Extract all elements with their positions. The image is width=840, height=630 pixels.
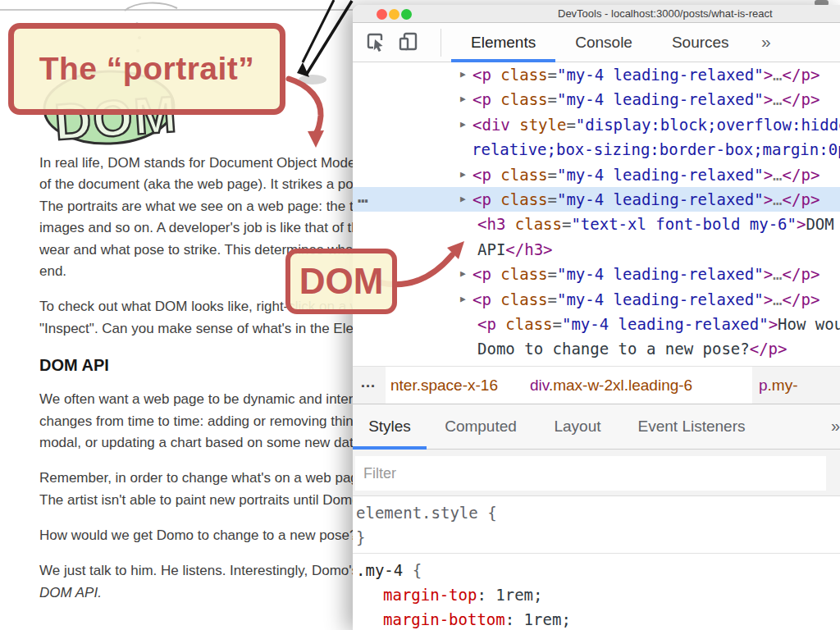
dom-callout-label: DOM bbox=[299, 261, 384, 302]
expand-arrow-icon[interactable]: ▶ bbox=[460, 112, 466, 137]
tree-row[interactable]: ▶<div style="display:block;overflow:hidd… bbox=[353, 112, 840, 137]
css-line: .my-4 { bbox=[356, 558, 840, 582]
code-token-dim: … bbox=[773, 290, 782, 308]
code-token-txt: Domo to change to a new pose? bbox=[477, 340, 750, 358]
devtools-toolbar: ElementsConsoleSources » bbox=[353, 23, 840, 62]
breadcrumb-item[interactable]: nter.space-x-16 bbox=[390, 367, 498, 404]
code-token-val: "my-4 leading-relaxed" bbox=[562, 315, 769, 333]
code-token-brace: } bbox=[356, 528, 365, 546]
tree-row[interactable]: relative;box-sizing:border-box;margin:0p… bbox=[353, 137, 840, 162]
expand-arrow-icon[interactable]: ▶ bbox=[460, 187, 466, 212]
expand-arrow-icon[interactable]: ▶ bbox=[460, 262, 466, 286]
tab-console[interactable]: Console bbox=[555, 23, 652, 62]
expand-arrow-icon[interactable]: ▶ bbox=[460, 162, 466, 187]
more-tabs-chevron[interactable]: » bbox=[761, 23, 771, 61]
code-token-tag: > bbox=[764, 90, 773, 108]
code-token-colon: : bbox=[505, 610, 524, 628]
code-token-sel: .my-4 bbox=[356, 561, 403, 579]
breadcrumb-overflow-dots[interactable]: … bbox=[360, 363, 377, 400]
devtools-panel-tabs: ElementsConsoleSources bbox=[451, 23, 749, 62]
sidebar-tab-computed[interactable]: Computed bbox=[445, 404, 517, 448]
sidebar-tab-layout[interactable]: Layout bbox=[554, 404, 600, 448]
code-token-tag: <div bbox=[472, 116, 510, 134]
breadcrumb-item[interactable]: div.max-w-2xl.leading-6 bbox=[530, 367, 692, 404]
code-token-eq: = bbox=[566, 116, 575, 134]
sidebar-more-tabs-chevron[interactable]: » bbox=[831, 404, 840, 448]
tab-sources[interactable]: Sources bbox=[652, 23, 749, 62]
tree-row[interactable]: ▶<p class="my-4 leading-relaxed">…</p> bbox=[353, 162, 840, 187]
code-token-tag: <p bbox=[472, 90, 491, 108]
tree-row-selected[interactable]: …▶<p class="my-4 leading-relaxed">…</p> bbox=[353, 187, 840, 212]
code-token-tag: > bbox=[797, 215, 806, 233]
code-token-attr: style bbox=[510, 116, 567, 134]
css-line: element.style { bbox=[356, 500, 840, 525]
code-token-tag: </h3> bbox=[505, 240, 552, 258]
code-token-tag: <p bbox=[472, 265, 491, 283]
inspect-element-icon[interactable] bbox=[364, 30, 387, 53]
paintbrush-tip bbox=[297, 62, 309, 77]
code-token-tag: <p bbox=[472, 190, 491, 208]
code-token-prop: margin-bottom bbox=[383, 610, 505, 628]
code-token-val: "my-4 leading-relaxed" bbox=[557, 290, 764, 308]
close-window-button[interactable] bbox=[377, 9, 387, 20]
minimize-window-button[interactable] bbox=[389, 9, 399, 20]
code-token-eq: = bbox=[548, 90, 557, 108]
code-token-tag: </p> bbox=[783, 190, 820, 208]
code-token-txt: How would we get bbox=[778, 315, 840, 333]
code-token-tag: p bbox=[759, 377, 768, 394]
styles-pane: element.style {}.my-4 {margin-top: 1rem;… bbox=[353, 496, 840, 630]
tree-row[interactable]: <p class="my-4 leading-relaxed">How woul… bbox=[353, 312, 840, 336]
code-token-attr: class bbox=[491, 190, 548, 208]
code-token-val: relative;box-sizing:border-box;margin:0p… bbox=[472, 140, 840, 158]
code-token-tag: <p bbox=[472, 290, 491, 308]
code-token-attr: class bbox=[491, 290, 548, 308]
expand-arrow-icon[interactable]: ▶ bbox=[460, 62, 466, 87]
css-rule[interactable]: element.style {} bbox=[353, 496, 840, 554]
code-token-brace: { bbox=[478, 504, 497, 522]
tree-row[interactable]: Domo to change to a new pose?</p> bbox=[353, 336, 840, 361]
styles-sidebar-tabs: » StylesComputedLayoutEvent Listeners bbox=[353, 404, 840, 450]
code-token-tag: <h3 bbox=[477, 215, 505, 233]
code-token-attr: .max-w-2xl.leading-6 bbox=[549, 377, 692, 394]
code-token-cssval: 1rem bbox=[495, 586, 533, 604]
code-token-dim: … bbox=[773, 166, 782, 184]
code-token-eq: = bbox=[548, 290, 557, 308]
css-rule[interactable]: .my-4 {margin-top: 1rem;margin-bottom: 1… bbox=[353, 554, 840, 630]
code-token-attr: class bbox=[491, 265, 548, 283]
expand-arrow-icon[interactable]: ▶ bbox=[460, 287, 466, 312]
code-token-val: "text-xl font-bold my-6" bbox=[571, 215, 797, 233]
code-token-tag: </p> bbox=[750, 340, 788, 358]
brush-shadow bbox=[299, 75, 326, 84]
code-token-dim: … bbox=[773, 66, 782, 84]
tree-row[interactable]: ▶<p class="my-4 leading-relaxed">…</p> bbox=[353, 62, 840, 87]
screenshot-root: DOM In real life, DOM stands for Documen… bbox=[0, 0, 840, 630]
tree-row[interactable]: API</h3> bbox=[353, 237, 840, 262]
tab-elements[interactable]: Elements bbox=[451, 23, 555, 62]
code-token-val: "display:block;overflow:hidden;position: bbox=[576, 116, 840, 134]
code-token-prop: margin-top bbox=[383, 586, 477, 604]
window-title: DevTools - localhost:3000/posts/what-is-… bbox=[558, 5, 773, 23]
code-token-tag: > bbox=[764, 190, 773, 208]
device-toolbar-icon[interactable] bbox=[397, 30, 420, 53]
tree-row[interactable]: ▶<p class="my-4 leading-relaxed">…</p> bbox=[353, 262, 840, 286]
code-token-cssval: 1rem bbox=[524, 610, 562, 628]
element-options-dots[interactable]: … bbox=[358, 187, 369, 209]
code-token-attr: class bbox=[491, 166, 548, 184]
tree-row[interactable]: <h3 class="text-xl font-bold my-6">DOM bbox=[353, 212, 840, 236]
code-token-eq: = bbox=[548, 265, 557, 283]
code-token-tag: </p> bbox=[783, 265, 820, 283]
zoom-window-button[interactable] bbox=[401, 9, 412, 20]
sidebar-tab-event-listeners[interactable]: Event Listeners bbox=[638, 404, 746, 448]
devtools-titlebar[interactable]: DevTools - localhost:3000/posts/what-is-… bbox=[353, 5, 840, 23]
breadcrumb-item-selected[interactable]: p.my- bbox=[759, 367, 798, 404]
expand-arrow-icon[interactable]: ▶ bbox=[460, 87, 466, 112]
tree-row[interactable]: ▶<p class="my-4 leading-relaxed">…</p> bbox=[353, 287, 840, 312]
code-token-tag: div bbox=[530, 377, 549, 394]
code-token-colon: ; bbox=[561, 610, 570, 628]
tree-row[interactable]: ▶<p class="my-4 leading-relaxed">…</p> bbox=[353, 87, 840, 112]
code-token-colon: : bbox=[477, 586, 495, 604]
sidebar-tab-styles[interactable]: Styles bbox=[368, 404, 411, 448]
styles-filter-input[interactable] bbox=[355, 456, 826, 491]
code-token-eq: = bbox=[548, 166, 557, 184]
code-token-eq: = bbox=[548, 190, 557, 208]
